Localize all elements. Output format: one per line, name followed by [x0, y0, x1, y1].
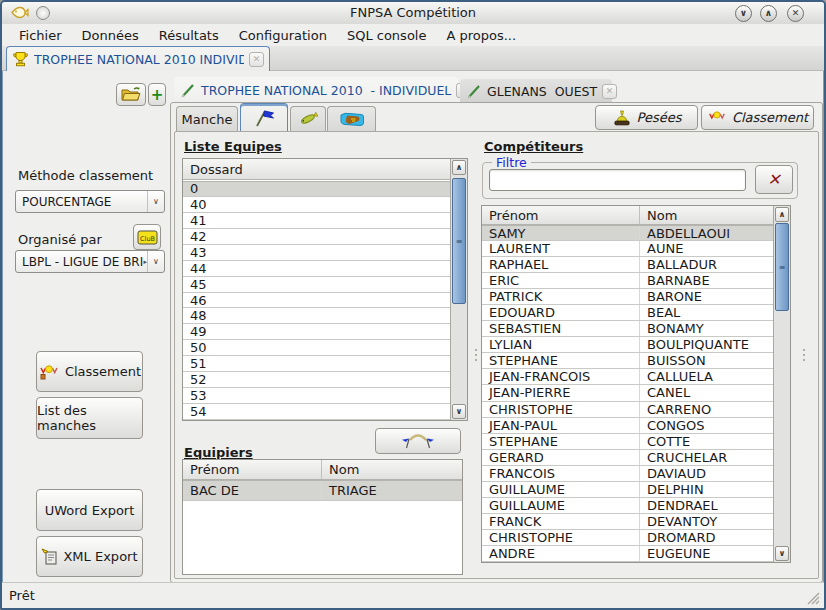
table-row[interactable]: 53 — [183, 388, 450, 404]
menu-donnees[interactable]: Données — [73, 26, 148, 45]
splitter-right[interactable] — [801, 135, 806, 575]
tab-flag[interactable] — [240, 103, 288, 131]
table-row[interactable]: 44 — [183, 261, 450, 277]
tab-close-icon[interactable]: ✕ — [249, 52, 264, 67]
table-row[interactable]: 54 — [183, 404, 450, 420]
table-row[interactable]: 42 — [183, 229, 450, 245]
table-row[interactable]: SEBASTIENBONAMY — [482, 321, 773, 337]
menu-fichier[interactable]: Fichier — [10, 26, 71, 45]
table-row[interactable]: JEAN-PIERRECANEL — [482, 385, 773, 401]
table-cell: 50 — [183, 340, 207, 355]
scrollbar-thumb[interactable]: ≡ — [775, 223, 789, 311]
swap-equipier-button[interactable] — [375, 428, 461, 454]
organizer-select[interactable]: LBPL - LIGUE DE BRI ▸ ∨ — [15, 250, 165, 273]
table-row[interactable]: PATRICKBARONE — [482, 289, 773, 305]
close-icon[interactable]: ✕ — [787, 5, 804, 22]
add-button[interactable]: + — [148, 83, 166, 106]
clear-filter-button[interactable]: ✕ — [755, 165, 793, 194]
uword-export-button[interactable]: UWord Export — [36, 489, 143, 531]
table-cell: AUNE — [639, 241, 773, 256]
club-button[interactable]: CluB — [133, 224, 161, 250]
table-cell: STEPHANE — [482, 353, 639, 368]
window-menu-button[interactable] — [36, 6, 50, 20]
equipes-header[interactable]: Dossard — [183, 159, 450, 180]
table-cell: BONAMY — [639, 321, 773, 336]
competitors-scrollbar[interactable]: ∧ ≡ ∨ — [773, 206, 790, 562]
table-cell: SAMY — [482, 226, 639, 241]
table-row[interactable]: RAPHAELBALLADUR — [482, 257, 773, 273]
table-row[interactable]: FRANCOISDAVIAUD — [482, 466, 773, 482]
method-label: Méthode classement — [18, 168, 153, 183]
equipes-scrollbar[interactable]: ∧ ≡ ∨ — [450, 159, 467, 420]
table-row[interactable]: LYLIANBOULPIQUANTE — [482, 337, 773, 353]
tab-manche[interactable]: Manche — [176, 106, 238, 131]
table-row[interactable]: 49 — [183, 324, 450, 340]
competitors-header[interactable]: Prénom Nom — [482, 206, 773, 225]
tab-map[interactable] — [327, 106, 376, 131]
table-cell: RAPHAEL — [482, 257, 639, 272]
table-row[interactable]: 46 — [183, 293, 450, 309]
menu-a-propos[interactable]: A propos... — [437, 26, 525, 45]
table-row[interactable]: 50 — [183, 340, 450, 356]
table-row[interactable]: ANDREEUGEUNE — [482, 546, 773, 562]
table-row[interactable]: JEAN-FRANCOISCALLUELA — [482, 369, 773, 385]
table-row[interactable]: STEPHANECOTTE — [482, 434, 773, 450]
xml-export-button[interactable]: XML Export — [36, 536, 143, 577]
table-row[interactable]: 41 — [183, 213, 450, 229]
maximize-icon[interactable]: ∧ — [760, 5, 777, 22]
scroll-down-icon[interactable]: ∨ — [775, 546, 789, 561]
scroll-up-icon[interactable]: ∧ — [775, 207, 789, 222]
table-row[interactable]: 48 — [183, 308, 450, 324]
classement-sidebar-button[interactable]: Classement — [36, 351, 143, 392]
table-row[interactable]: SAMYABDELLAOUI — [482, 225, 773, 241]
table-row[interactable]: ERICBARNABE — [482, 273, 773, 289]
doc-tab-trophee[interactable]: TROPHEE NATIONAL 2010 - INDIVIDUEL ✕ — [174, 77, 458, 103]
splitter-left[interactable] — [473, 135, 478, 575]
scrollbar-thumb[interactable]: ≡ — [452, 178, 466, 304]
scroll-up-icon[interactable]: ∧ — [452, 160, 466, 175]
table-row[interactable]: 45 — [183, 277, 450, 293]
classement-toolbar-button[interactable]: Classement — [701, 105, 814, 130]
table-row[interactable]: 0 — [183, 181, 450, 197]
table-cell: ANDRE — [482, 546, 639, 561]
organizer-label: Organisé par — [18, 232, 102, 247]
table-row[interactable]: LAURENTAUNE — [482, 241, 773, 257]
table-row[interactable]: EDOUARDBEAL — [482, 305, 773, 321]
table-row[interactable]: 51 — [183, 356, 450, 372]
filter-input[interactable] — [489, 169, 746, 191]
tab-fish[interactable] — [290, 106, 326, 131]
svg-text:CluB: CluB — [140, 234, 155, 242]
list-manches-button[interactable]: List des manches — [36, 397, 143, 439]
doc-tab-glenans[interactable]: GLENANS OUEST ✕ — [460, 79, 612, 103]
table-row[interactable]: FRANCKDEVANTOY — [482, 514, 773, 530]
method-select[interactable]: POURCENTAGE ∨ — [15, 190, 165, 213]
menu-resultats[interactable]: Résultats — [150, 26, 228, 45]
table-row[interactable]: GUILLAUMEDELPHIN — [482, 482, 773, 498]
menu-sql-console[interactable]: SQL console — [338, 26, 436, 45]
table-row[interactable]: 43 — [183, 245, 450, 261]
equipiers-header[interactable]: Prénom Nom — [183, 460, 462, 480]
pesees-button[interactable]: Pesées — [595, 105, 698, 130]
table-row[interactable]: GUILLAUMEDENDRAEL — [482, 498, 773, 514]
table-cell: BUISSON — [639, 353, 773, 368]
table-row[interactable]: JEAN-PAULCONGOS — [482, 418, 773, 434]
table-cell: BARNABE — [639, 273, 773, 288]
tab-trophee-national[interactable]: TROPHEE NATIONAL 2010 INDIVIDUEL ✕ — [6, 46, 270, 71]
table-cell: 41 — [183, 213, 207, 228]
open-file-button[interactable] — [116, 83, 146, 106]
clear-filter-icon: ✕ — [767, 170, 780, 189]
table-cell: LYLIAN — [482, 337, 639, 352]
table-row[interactable]: CHRISTOPHEDROMARD — [482, 530, 773, 546]
table-row[interactable]: STEPHANEBUISSON — [482, 353, 773, 369]
table-row[interactable]: CHRISTOPHECARRENO — [482, 402, 773, 418]
tab-close-icon[interactable]: ✕ — [602, 84, 617, 99]
menu-configuration[interactable]: Configuration — [230, 26, 336, 45]
table-row[interactable]: GERARDCRUCHELAR — [482, 450, 773, 466]
resize-grip-icon[interactable] — [804, 589, 820, 605]
table-row[interactable]: 40 — [183, 197, 450, 213]
scroll-down-icon[interactable]: ∨ — [452, 404, 466, 419]
table-row[interactable]: 52 — [183, 372, 450, 388]
minimize-icon[interactable]: ∨ — [735, 5, 752, 22]
table-row[interactable]: BAC DETRIAGE — [183, 480, 462, 501]
chevron-down-icon: ∨ — [147, 191, 164, 212]
